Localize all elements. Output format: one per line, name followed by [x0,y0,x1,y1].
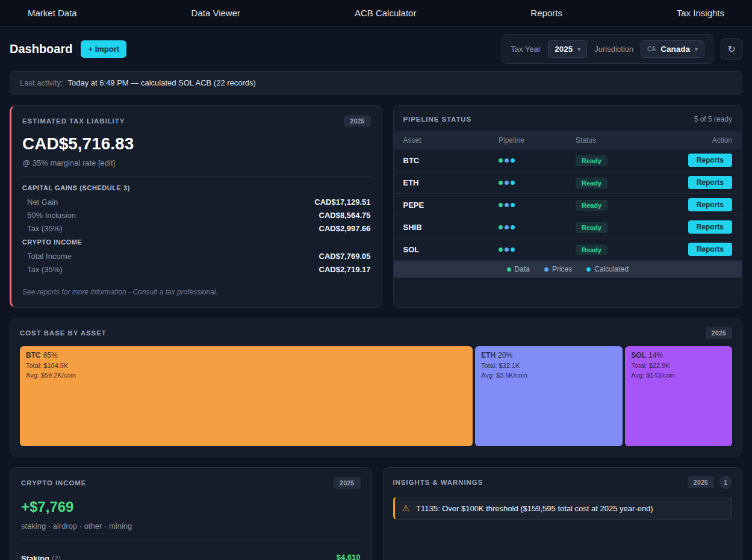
data-dot-icon [507,267,511,272]
pipeline-stage-dots [499,158,576,163]
refresh-icon: ↻ [727,44,735,54]
warning-text: T1135: Over $100K threshold ($159,595 to… [416,504,653,513]
estimated-tax-liability-card: ESTIMATED TAX LIABILITY 2025 CAD$5,716.8… [10,105,382,308]
warning-item[interactable]: ⚠ T1135: Over $100K threshold ($159,595 … [393,497,733,520]
page-content: Dashboard + Import Tax Year 2025 ▾ Juris… [0,34,752,560]
treemap-block-header: SOL14% [631,351,726,359]
treemap-block-btc[interactable]: BTC65% Total: $104.5K Avg: $59.2K/coin [20,346,473,446]
legend-label: Prices [552,265,572,273]
pipeline-stage-dots [499,203,576,207]
import-button[interactable]: + Import [81,40,126,58]
table-row: 50% Inclusion CAD$8,564.75 [22,208,371,222]
data-stage-dot-icon [499,247,503,252]
divider [22,176,371,177]
legend-item-data: Data [507,265,530,273]
insights-badges: 2025 1 [688,476,732,489]
treemap-percent-label: 65% [43,351,58,359]
insights-warnings-card: INSIGHTS & WARNINGS 2025 1 ⚠ T1135: Over… [383,467,743,560]
action-cell: Reports [666,176,732,189]
cost-base-treemap: BTC65% Total: $104.5K Avg: $59.2K/coin E… [20,346,732,446]
status-badge: Ready [576,222,608,233]
refresh-button[interactable]: ↻ [721,39,742,60]
prices-stage-dot-icon [505,225,509,229]
income-category-value: $4,610 [337,553,361,560]
column-header-status: Status [576,136,666,145]
income-category-count: (2) [52,555,61,560]
table-row: Net Gain CAD$17,129.51 [22,195,371,208]
tax-year-select[interactable]: 2025 ▾ [548,40,587,58]
action-cell: Reports [666,154,732,167]
reports-button[interactable]: Reports [688,220,732,234]
divider [21,540,361,540]
status-cell: Ready [576,244,666,255]
treemap-asset-label: BTC [26,351,41,359]
treemap-block-header: BTC65% [26,351,467,359]
prices-stage-dot-icon [505,247,509,252]
pipeline-stage-dots [499,247,576,252]
reports-button[interactable]: Reports [688,243,732,256]
prices-dot-icon [544,267,548,272]
status-cell: Ready [576,155,666,166]
action-cell: Reports [666,220,732,234]
treemap-percent-label: 14% [648,351,663,359]
data-stage-dot-icon [499,203,503,207]
table-row: BTC Ready Reports [394,149,742,172]
year-badge: 2025 [706,327,732,339]
pipeline-stage-dots [499,181,576,185]
action-cell: Reports [666,243,732,256]
calculated-dot-icon [586,267,591,272]
status-cell: Ready [576,177,666,188]
year-badge: 2025 [688,476,714,488]
treemap-avg-label: Avg: $59.2K/coin [26,371,467,381]
year-badge: 2025 [344,115,370,127]
status-badge: Ready [576,178,608,188]
cost-base-card: COST BASE BY ASSET 2025 BTC65% Total: $1… [10,319,742,456]
cost-base-title: COST BASE BY ASSET [20,329,107,337]
nav-reports[interactable]: Reports [530,8,562,18]
treemap-block-sol[interactable]: SOL14% Total: $22.9K Avg: $143/coin [625,346,732,446]
top-navigation: Market Data Data Viewer ACB Calculator R… [0,0,752,26]
row-value: CAD$7,769.05 [319,252,371,261]
jurisdiction-select[interactable]: CA Canada ▾ [641,40,704,58]
nav-tax-insights[interactable]: Tax Insights [677,8,724,18]
data-stage-dot-icon [499,181,503,185]
treemap-block-eth[interactable]: ETH20% Total: $32.1K Avg: $3.6K/coin [475,346,623,446]
income-category-label: Staking [21,554,49,560]
treemap-asset-label: ETH [481,351,496,359]
asset-label: ETH [403,178,499,187]
treemap-asset-label: SOL [631,351,646,359]
nav-data-viewer[interactable]: Data Viewer [191,8,240,18]
reports-button[interactable]: Reports [688,198,732,211]
tax-card-title: ESTIMATED TAX LIABILITY [22,117,125,125]
legend-item-prices: Prices [544,265,572,273]
calculated-stage-dot-icon [511,158,515,163]
data-stage-dot-icon [499,158,503,163]
table-row: SHIB Ready Reports [394,216,742,238]
nav-market-data[interactable]: Market Data [28,8,77,18]
row-value: CAD$17,129.51 [314,198,370,207]
pipeline-table-header: Asset Pipeline Status Action [394,131,742,149]
prices-stage-dot-icon [505,181,509,185]
table-row: ETH Ready Reports [394,172,742,194]
legend-label: Data [515,265,530,273]
treemap-total-label: Total: $32.1K [481,361,617,371]
tax-footnote: See reports for more information - Consu… [22,288,371,296]
warning-icon: ⚠ [402,503,410,513]
header-controls: Tax Year 2025 ▾ Jurisdiction CA Canada ▾ [502,34,713,64]
table-row: Tax (35%) CAD$2,997.66 [22,222,371,235]
status-badge: Ready [576,244,608,255]
prices-stage-dot-icon [505,158,509,163]
calculated-stage-dot-icon [511,203,515,207]
asset-label: PEPE [403,201,499,210]
row-value: CAD$2,719.17 [319,265,371,274]
reports-button[interactable]: Reports [688,154,732,167]
treemap-total-label: Total: $22.9K [631,361,726,371]
pipeline-ready-count: 5 of 5 ready [694,115,732,123]
marginal-rate-note[interactable]: @ 35% marginal rate [edit] [22,158,371,167]
tax-year-value: 2025 [555,45,573,54]
nav-acb-calculator[interactable]: ACB Calculator [355,8,417,18]
crypto-income-header: CRYPTO INCOME 2025 [21,477,361,489]
crypto-income-subtitle: staking · airdrop · other · mining [21,521,361,530]
reports-button[interactable]: Reports [688,176,732,189]
jurisdiction-label: Jurisdiction [594,45,633,54]
